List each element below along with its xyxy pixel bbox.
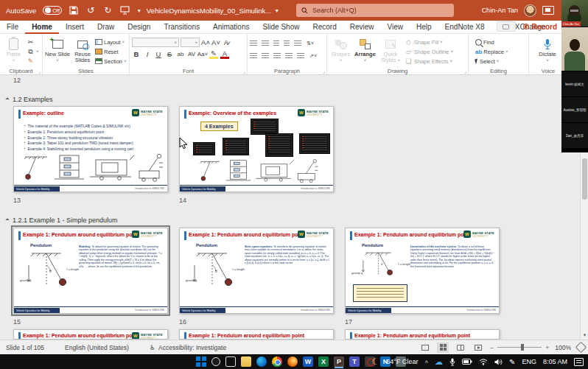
shape-effects-button[interactable]: ❏Shape Effects˅ xyxy=(405,57,453,66)
normal-view-button[interactable] xyxy=(419,342,431,353)
slide-thumbnail-14[interactable]: Example: Overview of the examples WWAYNE… xyxy=(179,106,334,192)
shapes-button[interactable]: Shapes˅ xyxy=(329,36,352,66)
text-direction-icon[interactable]: ⇅˅ xyxy=(306,38,315,48)
word-icon[interactable]: W xyxy=(303,356,313,367)
reading-view-button[interactable] xyxy=(455,342,466,353)
font-color-button[interactable]: A xyxy=(220,49,229,59)
copy-button[interactable]: ⧉˅ xyxy=(27,47,39,56)
file-explorer-icon[interactable] xyxy=(241,356,251,367)
slide-thumbnail-16[interactable]: Example 1: Pendulum around equilibrium p… xyxy=(179,228,334,314)
tab-home[interactable]: Home xyxy=(25,21,59,34)
convert-smartart-icon[interactable]: ⇗˅ xyxy=(309,51,318,60)
hidden-icons-chevron[interactable]: ˄ xyxy=(424,359,428,365)
search-input[interactable] xyxy=(312,7,430,14)
tab-view[interactable]: View xyxy=(381,21,410,34)
slide-sorter-pane[interactable]: 12 1.2 Examples Example: outline WWAYNE … xyxy=(0,75,581,340)
dictate-button[interactable]: Dictate˅ xyxy=(531,36,564,66)
font-dialog-launcher[interactable]: ⌟ xyxy=(243,68,245,74)
undo-icon[interactable]: ↺ xyxy=(85,5,96,15)
format-painter-button[interactable]: ✎ xyxy=(27,57,39,66)
edge-browser-icon[interactable] xyxy=(256,356,267,367)
select-button[interactable]: Select˅ xyxy=(475,57,508,66)
slide-thumbnail-13[interactable]: Example: outline WWAYNE STATEUNIVERSITY … xyxy=(13,106,168,192)
participant-name-tile[interactable]: Dan_慕丹萍 xyxy=(561,123,588,149)
accessibility-status[interactable]: ♿Accessibility: Investigate xyxy=(150,344,226,351)
record-button[interactable]: Record xyxy=(523,23,557,31)
weather-text[interactable]: 64°F Clear xyxy=(386,358,418,365)
paste-button[interactable]: Paste˅ xyxy=(2,36,25,66)
numbering-icon[interactable] xyxy=(262,41,269,46)
scroll-down-arrow[interactable]: ▼ xyxy=(581,330,588,340)
teams-icon[interactable]: T xyxy=(349,356,360,367)
decrease-font-size-button[interactable]: A˅ xyxy=(211,38,220,47)
slide-thumbnail-18-partial[interactable]: Example 1: Pendulum around equilibrium p… xyxy=(13,329,168,340)
tab-animations[interactable]: Animations xyxy=(206,21,256,34)
clear-formatting-button[interactable]: A̷ xyxy=(222,38,231,47)
align-left-icon[interactable] xyxy=(250,53,257,59)
clock[interactable]: 8:05 AM xyxy=(543,358,567,365)
italic-button[interactable]: I xyxy=(143,49,152,59)
zoom-in-button[interactable]: + xyxy=(545,344,549,351)
save-icon[interactable] xyxy=(69,5,79,15)
input-language[interactable]: ENG xyxy=(522,358,536,365)
strikethrough-button[interactable]: S xyxy=(165,49,174,59)
decrease-indent-icon[interactable] xyxy=(273,41,279,46)
weather-moon-icon[interactable]: ☾ xyxy=(372,356,380,367)
tab-record[interactable]: Record xyxy=(306,21,343,34)
scrollbar-thumb[interactable] xyxy=(582,158,587,200)
participant-video-tile[interactable]: Chin-An Tan xyxy=(561,0,588,27)
comments-button[interactable] xyxy=(497,21,516,32)
font-size-select[interactable]: ˅ xyxy=(181,38,200,47)
increase-indent-icon[interactable] xyxy=(284,41,290,46)
clipboard-dialog-launcher[interactable]: ⌟ xyxy=(38,68,41,74)
user-avatar[interactable] xyxy=(524,4,536,17)
participant-video-tile[interactable] xyxy=(561,27,588,71)
reuse-slides-button[interactable]: Reuse Slides xyxy=(71,36,94,66)
tab-draw[interactable]: Draw xyxy=(91,21,121,34)
section-header-example1[interactable]: 1.2.1 Example 1 - Simple pendulum xyxy=(6,217,118,224)
account-area[interactable]: Chin-An Tan xyxy=(482,0,554,21)
paragraph-dialog-launcher[interactable]: ⌟ xyxy=(323,68,325,74)
participant-name-tile[interactable]: kevin-赵斌文 xyxy=(561,71,588,97)
layout-button[interactable]: Layout˅ xyxy=(95,38,127,46)
tab-design[interactable]: Design xyxy=(121,21,157,34)
microphone-tray-icon[interactable] xyxy=(449,358,455,366)
tab-slide-show[interactable]: Slide Show xyxy=(256,21,306,34)
shape-outline-button[interactable]: ▱Shape Outline˅ xyxy=(405,47,453,56)
tab-insert[interactable]: Insert xyxy=(59,21,91,34)
cut-button[interactable]: ✂ xyxy=(27,38,39,46)
tab-review[interactable]: Review xyxy=(343,21,381,34)
wifi-icon[interactable] xyxy=(479,359,488,365)
slide-thumbnail-19-partial[interactable]: Example 1: Pendulum around equilibrium p… xyxy=(179,329,334,340)
slideshow-view-button[interactable] xyxy=(472,342,484,353)
increase-font-size-button[interactable]: A˄ xyxy=(201,38,210,47)
battery-icon[interactable] xyxy=(462,359,472,365)
presenting-icon[interactable] xyxy=(542,6,554,15)
tab-endnote[interactable]: EndNote X8 xyxy=(438,21,491,34)
notification-center-icon[interactable] xyxy=(574,358,584,366)
slide-thumbnail-15[interactable]: Example 1: Pendulum around equilibrium p… xyxy=(13,228,168,314)
pen-icon[interactable]: ✎ xyxy=(509,358,515,366)
reset-button[interactable]: Reset xyxy=(95,47,127,56)
task-view-icon[interactable] xyxy=(225,356,236,367)
slide-thumbnail-17[interactable]: Example 1: Pendulum around equilibrium p… xyxy=(345,228,500,314)
zoom-slider[interactable] xyxy=(497,347,542,348)
tab-transitions[interactable]: Transitions xyxy=(157,21,206,34)
fit-to-window-button[interactable] xyxy=(575,342,587,354)
find-button[interactable]: Find xyxy=(475,38,508,46)
search-bar[interactable] xyxy=(296,4,454,17)
drawing-dialog-launcher[interactable]: ⌟ xyxy=(464,68,466,74)
columns-icon[interactable] xyxy=(297,53,304,59)
start-slideshow-icon[interactable] xyxy=(119,5,130,15)
justify-icon[interactable] xyxy=(285,53,293,59)
bullets-icon[interactable] xyxy=(250,41,257,46)
qat-customize-icon[interactable]: ▼ xyxy=(136,8,141,13)
arrange-button[interactable]: Arrange˅ xyxy=(354,36,377,66)
text-shadow-button[interactable]: ab xyxy=(176,49,185,59)
change-case-button[interactable]: Aa˅ xyxy=(198,49,207,59)
align-center-icon[interactable] xyxy=(262,53,269,59)
section-header-examples[interactable]: 1.2 Examples xyxy=(6,96,53,103)
browser-icon[interactable] xyxy=(287,356,298,367)
excel-icon[interactable]: X xyxy=(318,356,329,367)
speaker-icon[interactable] xyxy=(494,359,503,365)
